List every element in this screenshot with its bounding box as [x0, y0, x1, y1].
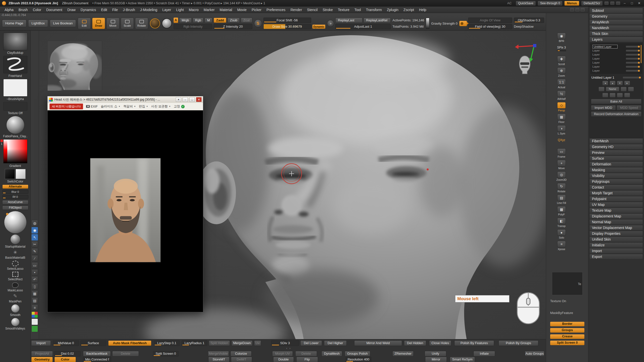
- section-texture-map[interactable]: Texture Map: [589, 208, 643, 213]
- grid-icon[interactable]: ▦: [31, 290, 38, 297]
- bottom-resolution-400[interactable]: Resolution 400: [346, 357, 371, 362]
- photo-content[interactable]: [48, 110, 203, 312]
- shelf-spix-3[interactable]: SPix 3: [553, 44, 570, 56]
- texture-preview[interactable]: Te: [552, 272, 583, 295]
- close-button[interactable]: ✕: [636, 1, 642, 5]
- section-deformation[interactable]: Deformation: [589, 161, 643, 167]
- bottom-mirror[interactable]: Mirror: [425, 357, 447, 362]
- ui-divider-icon[interactable]: [610, 2, 614, 5]
- z-intensity-slider[interactable]: Z Intensity 20: [214, 24, 252, 29]
- brush-sphere-smoothvalleys[interactable]: [11, 318, 19, 326]
- bake-all-button[interactable]: Bake All: [591, 99, 641, 104]
- menu-movie[interactable]: Movie: [235, 7, 249, 13]
- pw-menu-item[interactable]: 사진 보관함▼: [151, 104, 171, 109]
- menu-help[interactable]: Help: [417, 7, 429, 13]
- matcap-sphere[interactable]: [7, 116, 24, 134]
- shelf-polyf[interactable]: ▩PolyF: [553, 206, 570, 218]
- layer-opacity-slider[interactable]: [626, 54, 640, 56]
- section-fibermesh[interactable]: FiberMesh: [589, 138, 643, 144]
- camera-icon[interactable]: [459, 21, 467, 26]
- tray-toggle-icon[interactable]: [581, 8, 585, 11]
- shelf-line-fill[interactable]: ▤Line Fill: [553, 195, 570, 206]
- menu-zscript[interactable]: Zscript: [401, 7, 417, 13]
- texture-on-label[interactable]: Texture On: [548, 299, 587, 303]
- default-zscript-button[interactable]: DefaultZScr: [581, 1, 603, 6]
- layer-opacity-slider[interactable]: [626, 58, 640, 60]
- adjust-last-slider[interactable]: AdjustLast 1: [335, 24, 391, 29]
- shelf-l-sym[interactable]: ◑L.Sym: [553, 125, 570, 137]
- bottom-del-lower[interactable]: Del Lower: [300, 340, 322, 346]
- pin-button[interactable]: 고정 ✓: [174, 104, 185, 109]
- layer-opacity-slider[interactable]: [626, 66, 640, 68]
- live-boolean-button[interactable]: Live Boolean: [50, 20, 76, 27]
- mask-lasso-icon[interactable]: [12, 282, 19, 288]
- section-geometry[interactable]: Geometry: [589, 14, 643, 19]
- select-lasso-icon[interactable]: [12, 261, 19, 266]
- mode-scale-button[interactable]: Scale: [121, 18, 134, 29]
- bottom-smart-resym[interactable]: Smart ReSym: [450, 357, 475, 362]
- menu-layer[interactable]: Layer: [160, 7, 174, 13]
- brush-thumb-claybuildup[interactable]: [3, 33, 27, 50]
- section-contact[interactable]: Contact: [589, 185, 643, 190]
- section-subtool[interactable]: Subtool: [589, 8, 643, 13]
- menu-stencil[interactable]: Stencil: [305, 7, 320, 13]
- photo-maximize-button[interactable]: □: [189, 97, 195, 102]
- section-uv-map[interactable]: UV Map: [589, 202, 643, 207]
- menu-stroke[interactable]: Stroke: [320, 7, 335, 13]
- color-picker[interactable]: 1: [3, 139, 27, 163]
- m-button[interactable]: M: [205, 18, 212, 23]
- layer-opacity-slider[interactable]: [626, 70, 640, 72]
- bottom-delete[interactable]: Delete: [112, 351, 139, 356]
- texture-slot[interactable]: [3, 102, 27, 111]
- current-stroke-icon[interactable]: [162, 18, 172, 28]
- maximize-button[interactable]: □: [629, 1, 635, 5]
- bottom-del-higher[interactable]: Del Higher: [324, 340, 347, 346]
- bottom-polish-by-features[interactable]: Polish By Features: [454, 340, 494, 346]
- section-nanomesh[interactable]: NanoMesh: [589, 25, 643, 31]
- tray-button-fillobject[interactable]: FillObject: [2, 206, 28, 210]
- document-icon[interactable]: ▤: [31, 297, 38, 304]
- photo-close-button[interactable]: ✕: [196, 97, 202, 102]
- layer-opacity-slider[interactable]: [626, 62, 640, 64]
- bottom-morph-uv[interactable]: Morph UV: [272, 351, 293, 356]
- import-mdd-button[interactable]: Import MDD: [591, 105, 616, 110]
- bottom-lazyradius-1[interactable]: LazyRadius 1: [182, 340, 207, 346]
- tray-slider-rf-0[interactable]: Rf 0: [2, 195, 28, 199]
- ui-config-icon[interactable]: [616, 2, 620, 5]
- layer-split-button[interactable]: [610, 93, 616, 98]
- section-masking[interactable]: Masking: [589, 167, 643, 173]
- bottom-auto-mask-fibermesh[interactable]: Auto Mask FiberMesh: [108, 340, 151, 346]
- bottom-auto-groups[interactable]: Auto Groups: [525, 351, 544, 356]
- mdd-speed-slider[interactable]: MDD Speed: [617, 105, 641, 110]
- material-icon-basicmaterialb[interactable]: ✳: [13, 250, 17, 255]
- section-geometry-hd[interactable]: Geometry HD: [589, 144, 643, 150]
- field-of-view-slider[interactable]: Field of view(deg) 30: [468, 24, 512, 29]
- dynamic-badge[interactable]: Dynamic: [312, 25, 326, 29]
- pw-menu-item[interactable]: 슬라이드 쇼▼: [101, 104, 120, 109]
- replay-last-rel-button[interactable]: ReplayLastRel: [364, 18, 391, 23]
- bottom-unify[interactable]: Unify: [425, 351, 446, 356]
- secondary-color-swatch[interactable]: [16, 169, 26, 179]
- pw-menu-item[interactable]: 책갈피▼: [123, 104, 136, 109]
- mrgb-button[interactable]: Mrgb: [179, 18, 192, 23]
- mask-pen-icon[interactable]: ✎: [13, 293, 17, 299]
- home-page-button[interactable]: Home Page: [2, 20, 26, 27]
- tray-divider-handle[interactable]: ‹ ›: [286, 347, 291, 350]
- green-swatch[interactable]: [31, 326, 38, 332]
- menu-j-brush[interactable]: J-Brush: [120, 7, 138, 13]
- palette-icon[interactable]: [575, 8, 579, 11]
- focal-shift-slider[interactable]: Focal Shift -56: [263, 18, 311, 23]
- layer-name-button[interactable]: Name: [606, 87, 619, 92]
- shelf-xpose[interactable]: ≡Xpose: [553, 241, 570, 252]
- pencil-icon[interactable]: ✎: [31, 248, 38, 255]
- texture-button-crease[interactable]: Crease: [550, 334, 584, 339]
- layers-scrollbar[interactable]: [641, 45, 641, 63]
- current-brush-icon[interactable]: [150, 18, 160, 28]
- bottom-inflate[interactable]: Inflate: [473, 351, 495, 356]
- zadd-button[interactable]: Zadd: [214, 18, 226, 23]
- bottom-polish-by-groups[interactable]: Polish By Groups: [499, 340, 538, 346]
- layer-row[interactable]: Layer: [591, 69, 641, 73]
- alpha-thumb[interactable]: [3, 79, 27, 97]
- layer-row[interactable]: Layer: [591, 53, 641, 57]
- menu-texture[interactable]: Texture: [335, 7, 352, 13]
